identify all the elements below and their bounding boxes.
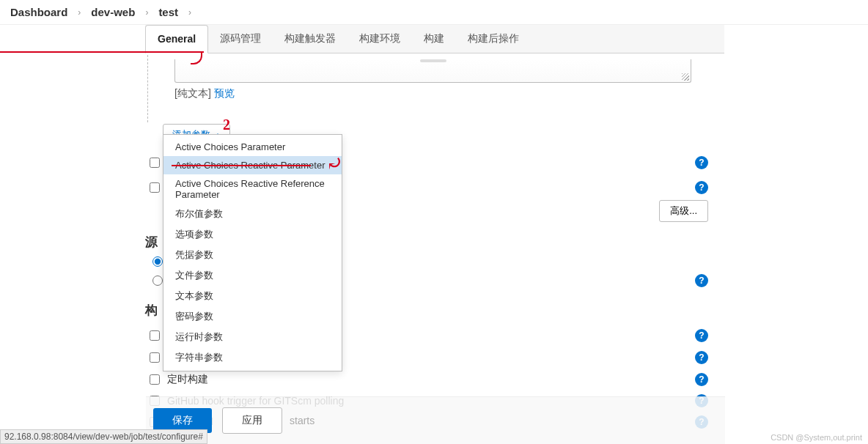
tab-env[interactable]: 构建环境: [347, 25, 412, 53]
watermark: CSDN @System,out.print: [770, 433, 862, 442]
help-icon[interactable]: ?: [695, 156, 708, 169]
dropdown-item-active-choices[interactable]: Active Choices Parameter: [163, 138, 342, 156]
footer-actions: 保存 应用 starts: [146, 396, 725, 444]
trigger-timer-checkbox[interactable]: [150, 374, 160, 385]
dropdown-item-active-choices-reactive[interactable]: Active Choices Reactive Parameter: [163, 156, 342, 174]
footer-ghost-text: starts: [290, 415, 315, 426]
trigger-remote-checkbox[interactable]: [150, 330, 160, 341]
description-textarea-bottom[interactable]: [174, 59, 691, 83]
dropdown-item-boolean[interactable]: 布尔值参数: [163, 204, 342, 224]
tab-build[interactable]: 构建: [412, 25, 456, 53]
dropdown-item-file[interactable]: 文件参数: [163, 265, 342, 286]
breadcrumb-item-devweb[interactable]: dev-web: [91, 6, 135, 18]
apply-button[interactable]: 应用: [222, 407, 282, 434]
plain-text-label: [纯文本]: [174, 87, 211, 99]
status-url: 92.168.0.98:8084/view/dev-web/job/test/c…: [0, 429, 207, 444]
help-icon[interactable]: ?: [695, 181, 708, 194]
dropdown-item-run[interactable]: 运行时参数: [163, 327, 342, 347]
breadcrumb: Dashboard › dev-web › test ›: [0, 0, 868, 25]
dropdown-item-text[interactable]: 文本参数: [163, 286, 342, 306]
tab-triggers[interactable]: 构建触发器: [273, 25, 347, 53]
tab-scm[interactable]: 源码管理: [208, 25, 273, 53]
preview-link[interactable]: 预览: [214, 87, 235, 99]
chevron-right-icon: ›: [188, 7, 191, 18]
hidden-checkbox-2[interactable]: [150, 182, 160, 193]
dropdown-item-choice[interactable]: 选项参数: [163, 224, 342, 245]
scm-other-radio[interactable]: [152, 275, 163, 286]
dropdown-item-active-choices-reactive-ref[interactable]: Active Choices Reactive Reference Parame…: [163, 174, 342, 204]
trigger-timer-label[interactable]: 定时构建: [167, 373, 208, 386]
trigger-after-other-checkbox[interactable]: [150, 352, 160, 363]
help-icon[interactable]: ?: [695, 351, 708, 364]
dropdown-item-credentials[interactable]: 凭据参数: [163, 245, 342, 265]
chevron-right-icon: ›: [78, 7, 81, 18]
advanced-button[interactable]: 高级...: [659, 200, 708, 222]
help-icon[interactable]: ?: [695, 274, 708, 287]
breadcrumb-item-test[interactable]: test: [158, 6, 178, 18]
chevron-right-icon: ›: [145, 7, 148, 18]
breadcrumb-item-dashboard[interactable]: Dashboard: [10, 6, 67, 18]
config-tabs: General 源码管理 构建触发器 构建环境 构建 构建后操作: [145, 25, 724, 53]
dropdown-item-string[interactable]: 字符串参数: [163, 347, 342, 368]
tab-general[interactable]: General: [145, 25, 208, 53]
scm-none-radio[interactable]: [152, 256, 163, 267]
add-parameter-dropdown: Active Choices Parameter Active Choices …: [163, 134, 342, 371]
description-format-row: [纯文本] 预览: [174, 87, 724, 100]
tab-postbuild[interactable]: 构建后操作: [456, 25, 531, 53]
dropdown-item-password[interactable]: 密码参数: [163, 306, 342, 327]
hidden-checkbox-1[interactable]: [150, 158, 160, 168]
help-icon[interactable]: ?: [695, 373, 708, 386]
help-icon[interactable]: ?: [695, 329, 708, 342]
